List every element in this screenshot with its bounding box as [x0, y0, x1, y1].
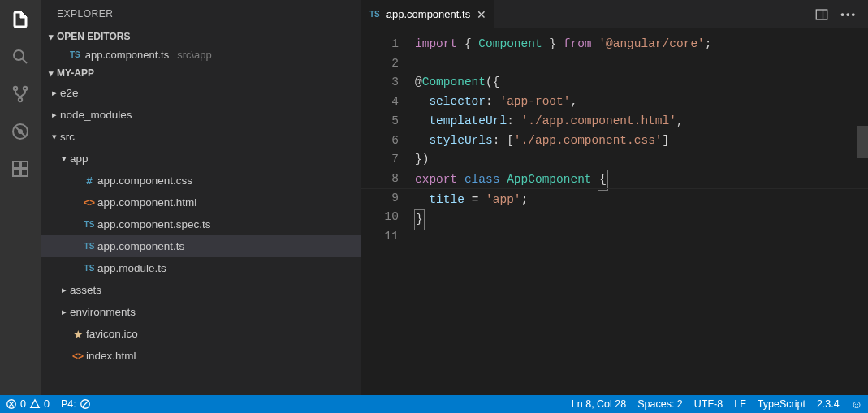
typescript-icon: TS [84, 220, 95, 229]
split-editor-icon[interactable] [814, 7, 829, 22]
tree-item-label: index.html [86, 350, 136, 362]
code-content[interactable]: import { Component } from '@angular/core… [415, 28, 868, 395]
tree-file[interactable]: <>app.component.html [41, 191, 361, 213]
tree-file[interactable]: #app.component.css [41, 170, 361, 191]
tab-bar: TS app.component.ts ✕ ••• [361, 0, 868, 28]
editor-group: TS app.component.ts ✕ ••• 1234567891011 … [361, 0, 868, 395]
svg-point-0 [14, 50, 24, 60]
debug-icon[interactable] [9, 120, 32, 143]
tab-title: app.component.ts [386, 8, 470, 20]
chevron-icon [49, 110, 60, 120]
typescript-icon: TS [84, 242, 95, 251]
css-icon: # [86, 174, 93, 187]
status-language[interactable]: TypeScript [752, 395, 811, 413]
overview-ruler[interactable] [857, 28, 868, 395]
file-tree: e2enode_modulessrcapp#app.component.css<… [41, 82, 361, 395]
status-version[interactable]: 2.3.4 [811, 395, 845, 413]
sidebar-title: EXPLORER [41, 0, 361, 28]
workspace-header[interactable]: MY-APP [41, 64, 361, 82]
favicon-icon: ★ [73, 328, 84, 341]
svg-rect-10 [21, 161, 28, 168]
open-editors-header[interactable]: OPEN EDITORS [41, 28, 361, 45]
chevron-icon [58, 153, 70, 164]
html-icon: <> [84, 197, 95, 209]
explorer-sidebar: EXPLORER OPEN EDITORS TS app.component.t… [41, 0, 361, 395]
status-p4[interactable]: P4: [55, 395, 97, 413]
tree-item-label: environments [70, 306, 136, 318]
tree-item-label: app [70, 153, 89, 165]
typescript-icon: TS [84, 264, 95, 273]
tree-folder[interactable]: src [41, 126, 361, 148]
typescript-icon: TS [369, 10, 380, 19]
tree-item-label: assets [70, 284, 101, 296]
line-number-gutter: 1234567891011 [361, 28, 415, 395]
tree-file[interactable]: TSapp.component.ts [41, 235, 361, 257]
error-count: 0 [20, 398, 26, 410]
svg-point-3 [24, 87, 27, 90]
tree-item-label: app.component.spec.ts [97, 218, 211, 230]
tree-file[interactable]: TSapp.module.ts [41, 257, 361, 279]
svg-point-4 [19, 98, 22, 101]
tree-folder[interactable]: environments [41, 301, 361, 323]
svg-point-2 [14, 87, 17, 90]
svg-rect-7 [13, 161, 19, 168]
explorer-icon[interactable] [9, 8, 32, 31]
tree-item-label: node_modules [60, 109, 132, 121]
tree-folder[interactable]: app [41, 148, 361, 170]
extensions-icon[interactable] [9, 157, 32, 180]
activity-bar [0, 0, 41, 395]
tree-item-label: app.module.ts [97, 262, 166, 274]
chevron-icon [58, 285, 70, 295]
tree-item-label: src [60, 131, 75, 143]
tree-item-label: favicon.ico [86, 328, 138, 340]
typescript-icon: TS [70, 50, 80, 59]
tree-item-label: app.component.ts [97, 240, 184, 252]
chevron-icon [49, 88, 60, 98]
svg-point-6 [18, 129, 23, 134]
open-editors-label: OPEN EDITORS [57, 31, 130, 42]
svg-line-17 [82, 402, 88, 407]
status-indent[interactable]: Spaces: 2 [632, 395, 689, 413]
tree-folder[interactable]: node_modules [41, 104, 361, 126]
close-icon[interactable]: ✕ [477, 8, 486, 21]
status-encoding[interactable]: UTF-8 [689, 395, 728, 413]
chevron-icon [58, 307, 70, 317]
svg-rect-11 [817, 10, 828, 19]
more-icon[interactable]: ••• [840, 8, 857, 20]
workspace-name: MY-APP [57, 67, 94, 79]
tree-folder[interactable]: e2e [41, 82, 361, 104]
open-editor-path: src\app [177, 49, 212, 61]
status-eol[interactable]: LF [728, 395, 752, 413]
chevron-down-icon [45, 32, 57, 42]
tree-folder[interactable]: assets [41, 279, 361, 301]
tree-file[interactable]: <>index.html [41, 345, 361, 367]
tree-item-label: app.component.html [97, 196, 196, 209]
source-control-icon[interactable] [9, 83, 32, 105]
tree-file[interactable]: TSapp.component.spec.ts [41, 213, 361, 235]
code-editor[interactable]: 1234567891011 import { Component } from … [361, 28, 868, 395]
open-editor-item[interactable]: TS app.component.ts src\app [41, 45, 361, 64]
tree-item-label: e2e [60, 87, 79, 99]
chevron-icon [49, 131, 60, 142]
status-errors[interactable]: 0 0 [0, 395, 55, 413]
tree-file[interactable]: ★favicon.ico [41, 323, 361, 345]
svg-rect-9 [21, 170, 28, 176]
status-bar: 0 0 P4: Ln 8, Col 28 Spaces: 2 UTF-8 LF … [0, 395, 868, 413]
feedback-icon[interactable]: ☺ [845, 395, 868, 413]
search-icon[interactable] [9, 45, 32, 68]
svg-rect-8 [13, 170, 19, 176]
editor-tab[interactable]: TS app.component.ts ✕ [361, 0, 495, 28]
tree-item-label: app.component.css [97, 174, 192, 187]
html-icon: <> [72, 351, 84, 362]
open-editor-name: app.component.ts [85, 49, 169, 61]
warning-count: 0 [44, 398, 50, 410]
svg-line-1 [23, 59, 28, 64]
chevron-down-icon [45, 68, 57, 79]
status-cursor-pos[interactable]: Ln 8, Col 28 [566, 395, 632, 413]
